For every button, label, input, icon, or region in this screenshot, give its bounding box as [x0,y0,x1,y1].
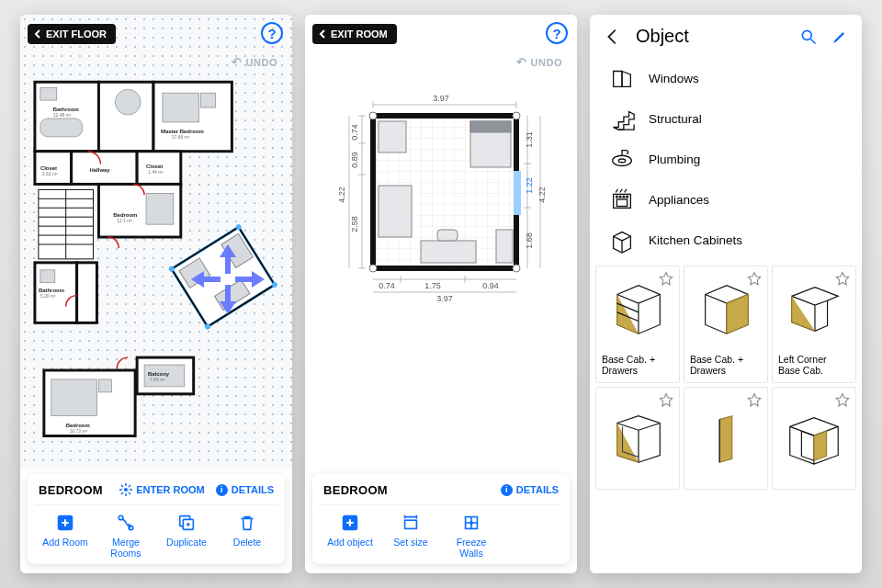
category-appliances[interactable]: Appliances [590,179,862,220]
svg-point-72 [369,112,377,119]
duplicate-button[interactable]: Duplicate [156,513,217,559]
svg-text:7.64 m²: 7.64 m² [150,378,165,382]
freeze-walls-button[interactable]: Freeze Walls [441,513,502,559]
svg-point-117 [802,30,811,40]
windows-icon [608,64,636,92]
favorite-star-icon[interactable] [745,391,763,410]
plus-square-icon [340,513,360,533]
category-plumbing[interactable]: Plumbing [590,139,862,179]
add-room-button[interactable]: Add Room [35,513,96,559]
object-grid: Base Cab. + Drawers Base Cab. + Drawers … [590,266,862,383]
merge-icon [116,513,136,533]
category-structural[interactable]: Structural [590,98,862,139]
exit-room-button[interactable]: EXIT ROOM [312,24,397,44]
svg-text:3.62 m²: 3.62 m² [42,172,58,176]
svg-rect-25 [40,270,55,283]
room-canvas[interactable]: EXIT ROOM ? UNDO [305,15,577,469]
category-windows[interactable]: Windows [590,58,862,98]
svg-text:16.73 m²: 16.73 m² [70,429,88,434]
screen-room: EXIT ROOM ? UNDO [305,15,577,573]
enter-room-button[interactable]: ENTER ROOM [119,483,205,496]
search-icon[interactable] [799,28,818,46]
add-object-button[interactable]: Add object [320,513,380,559]
svg-rect-28 [98,379,111,392]
object-item-2[interactable]: Left Corner Base Cab. [772,266,856,383]
svg-text:17.66 m²: 17.66 m² [172,135,190,140]
svg-text:0.74: 0.74 [350,124,359,141]
svg-text:1.22: 1.22 [525,177,534,194]
screen-object-browser: Object Windows Structural Plumbing Appli… [590,15,862,573]
details-button[interactable]: i DETAILS [216,484,274,496]
svg-point-73 [513,112,520,119]
edit-pencil-icon[interactable] [831,28,849,46]
merge-rooms-button[interactable]: Merge Rooms [96,513,156,559]
object-item-4[interactable] [684,387,768,490]
chevron-left-icon [318,29,327,39]
floor-bottom-card: BEDROOM ENTER ROOM i DETAILS Add Room Me… [28,474,285,564]
open-cabinet-icon [606,407,669,469]
info-icon: i [216,484,228,496]
dragging-room[interactable] [164,224,292,334]
floor-canvas[interactable]: EXIT FLOOR ? UNDO [20,15,292,469]
favorite-star-icon[interactable] [833,391,852,410]
svg-text:0.74: 0.74 [379,281,395,290]
svg-text:3.97: 3.97 [436,294,453,303]
svg-text:Bathroom: Bathroom [53,107,79,112]
chevron-left-icon [33,29,42,39]
favorite-star-icon[interactable] [657,270,675,288]
category-kitchen-cabinets[interactable]: Kitchen Cabinets [590,220,862,260]
help-icon[interactable]: ? [546,22,568,44]
details-button[interactable]: i DETAILS [501,484,559,496]
stairs-icon [608,105,636,132]
svg-rect-22 [163,93,199,122]
object-grid-row2 [590,387,862,490]
svg-text:3.97: 3.97 [433,94,449,103]
svg-rect-81 [437,230,458,241]
svg-point-74 [369,265,377,272]
svg-point-126 [627,196,628,198]
favorite-star-icon[interactable] [745,270,763,288]
svg-rect-80 [421,241,476,263]
category-list: Windows Structural Plumbing Appliances K… [590,54,862,266]
svg-text:1.75: 1.75 [424,281,441,290]
svg-point-75 [513,265,520,272]
panel-icon [695,407,757,469]
room-title: BEDROOM [39,483,103,497]
svg-text:12.1 m²: 12.1 m² [117,219,132,223]
svg-rect-122 [616,199,627,207]
svg-rect-76 [379,121,406,153]
svg-text:1.44 m²: 1.44 m² [148,170,164,175]
set-size-button[interactable]: Set size [380,513,441,559]
back-arrow-icon[interactable] [603,27,623,47]
object-item-3[interactable] [595,387,680,490]
svg-text:Master Bedroom: Master Bedroom [161,129,204,134]
resize-icon [401,513,421,533]
object-item-1[interactable]: Base Cab. + Drawers [684,266,768,383]
svg-line-61 [129,492,130,494]
svg-rect-19 [40,87,57,100]
object-item-5[interactable] [772,387,856,490]
room-diagram[interactable]: 3.97 4.22 0.74 0.89 2.58 4.22 1.31 1.22 … [333,83,549,358]
svg-point-123 [616,196,617,198]
room-bottom-card: BEDROOM i DETAILS Add object Set size Fr… [312,474,570,564]
favorite-star-icon[interactable] [833,270,852,288]
svg-text:2.58: 2.58 [350,216,359,232]
svg-rect-20 [40,119,83,137]
undo-button[interactable]: UNDO [516,55,562,69]
svg-text:0.94: 0.94 [482,281,499,290]
svg-rect-8 [77,263,97,323]
svg-point-124 [619,196,621,198]
delete-button[interactable]: Delete [217,513,277,559]
info-icon: i [501,484,513,496]
object-item-0[interactable]: Base Cab. + Drawers [595,266,680,383]
svg-text:Bedroom: Bedroom [113,212,137,218]
cabinet-icon [608,226,636,254]
svg-text:Closet: Closet [40,165,57,171]
svg-text:Hallway: Hallway [90,167,111,173]
svg-text:0.89: 0.89 [350,152,359,168]
svg-rect-71 [514,171,521,215]
freeze-icon [461,513,481,533]
svg-text:Bedroom: Bedroom [66,423,90,428]
svg-line-118 [811,39,816,43]
favorite-star-icon[interactable] [657,391,675,410]
